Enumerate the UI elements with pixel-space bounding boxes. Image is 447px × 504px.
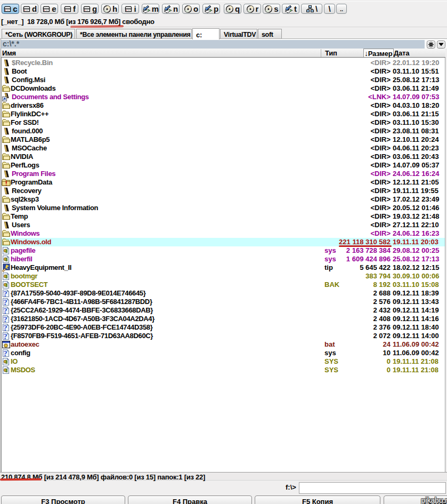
- svg-text:?: ?: [3, 324, 7, 332]
- svg-text:?: ?: [3, 315, 7, 324]
- svg-text:?: ?: [3, 349, 7, 358]
- svg-text:?: ?: [3, 298, 7, 307]
- svg-text:?: ?: [3, 332, 7, 341]
- svg-text:?: ?: [3, 290, 7, 298]
- svg-text:?: ?: [3, 307, 7, 315]
